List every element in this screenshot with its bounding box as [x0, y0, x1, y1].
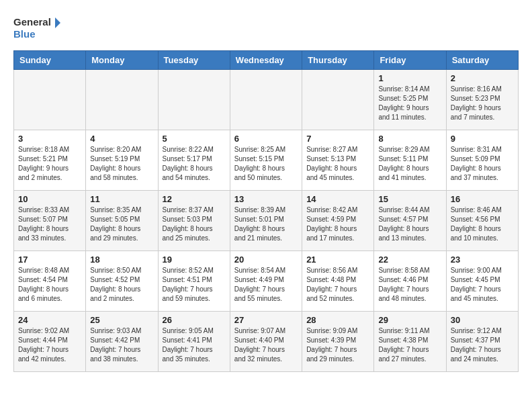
day-info: Sunrise: 9:09 AM Sunset: 4:39 PM Dayligh… — [306, 326, 369, 364]
day-info: Sunrise: 8:54 AM Sunset: 4:49 PM Dayligh… — [234, 266, 298, 304]
calendar-cell: 1Sunrise: 8:14 AM Sunset: 5:25 PM Daylig… — [374, 70, 446, 130]
calendar-cell: 9Sunrise: 8:31 AM Sunset: 5:09 PM Daylig… — [446, 130, 518, 191]
logo: General Blue — [13, 13, 60, 44]
weekday-header-thursday: Thursday — [302, 51, 374, 70]
svg-marker-2 — [55, 17, 60, 28]
calendar-cell: 20Sunrise: 8:54 AM Sunset: 4:49 PM Dayli… — [230, 251, 302, 312]
calendar-cell: 12Sunrise: 8:37 AM Sunset: 5:03 PM Dayli… — [158, 191, 230, 251]
calendar-cell — [86, 70, 158, 130]
day-info: Sunrise: 8:39 AM Sunset: 5:01 PM Dayligh… — [234, 205, 298, 243]
day-number: 25 — [90, 315, 153, 325]
day-number: 10 — [18, 194, 81, 204]
calendar-body: 1Sunrise: 8:14 AM Sunset: 5:25 PM Daylig… — [14, 70, 519, 372]
day-number: 18 — [90, 255, 153, 265]
day-info: Sunrise: 8:14 AM Sunset: 5:25 PM Dayligh… — [378, 85, 441, 122]
calendar-cell: 28Sunrise: 9:09 AM Sunset: 4:39 PM Dayli… — [302, 312, 374, 372]
day-number: 2 — [451, 73, 514, 83]
calendar-cell: 29Sunrise: 9:11 AM Sunset: 4:38 PM Dayli… — [374, 312, 446, 372]
day-info: Sunrise: 9:03 AM Sunset: 4:42 PM Dayligh… — [90, 326, 153, 364]
day-number: 6 — [234, 134, 298, 144]
day-info: Sunrise: 8:50 AM Sunset: 4:52 PM Dayligh… — [90, 266, 153, 304]
day-number: 11 — [90, 194, 153, 204]
calendar-cell: 3Sunrise: 8:18 AM Sunset: 5:21 PM Daylig… — [14, 130, 86, 191]
day-info: Sunrise: 8:16 AM Sunset: 5:23 PM Dayligh… — [451, 85, 514, 122]
day-number: 23 — [451, 255, 514, 265]
day-info: Sunrise: 9:11 AM Sunset: 4:38 PM Dayligh… — [378, 326, 441, 364]
calendar-cell: 26Sunrise: 9:05 AM Sunset: 4:41 PM Dayli… — [158, 312, 230, 372]
calendar-cell — [14, 70, 86, 130]
calendar-cell — [158, 70, 230, 130]
calendar-cell: 21Sunrise: 8:56 AM Sunset: 4:48 PM Dayli… — [302, 251, 374, 312]
calendar-cell: 23Sunrise: 9:00 AM Sunset: 4:45 PM Dayli… — [446, 251, 518, 312]
weekday-header-saturday: Saturday — [446, 51, 518, 70]
day-info: Sunrise: 8:29 AM Sunset: 5:11 PM Dayligh… — [378, 145, 441, 183]
calendar-cell: 6Sunrise: 8:25 AM Sunset: 5:15 PM Daylig… — [230, 130, 302, 191]
day-number: 3 — [18, 134, 81, 144]
day-number: 20 — [234, 255, 298, 265]
day-number: 12 — [163, 194, 226, 204]
day-number: 29 — [378, 315, 441, 325]
calendar-cell: 14Sunrise: 8:42 AM Sunset: 4:59 PM Dayli… — [302, 191, 374, 251]
day-number: 21 — [306, 255, 369, 265]
day-number: 24 — [18, 315, 81, 325]
calendar-week-row: 17Sunrise: 8:48 AM Sunset: 4:54 PM Dayli… — [14, 251, 519, 312]
calendar-table: SundayMondayTuesdayWednesdayThursdayFrid… — [13, 50, 519, 372]
calendar-cell — [302, 70, 374, 130]
day-number: 7 — [306, 134, 369, 144]
day-info: Sunrise: 8:48 AM Sunset: 4:54 PM Dayligh… — [18, 266, 81, 304]
calendar-cell: 11Sunrise: 8:35 AM Sunset: 5:05 PM Dayli… — [86, 191, 158, 251]
day-number: 5 — [163, 134, 226, 144]
day-number: 17 — [18, 255, 81, 265]
day-info: Sunrise: 9:07 AM Sunset: 4:40 PM Dayligh… — [234, 326, 298, 364]
day-info: Sunrise: 8:35 AM Sunset: 5:05 PM Dayligh… — [90, 205, 153, 243]
day-info: Sunrise: 8:25 AM Sunset: 5:15 PM Dayligh… — [234, 145, 298, 183]
day-info: Sunrise: 8:37 AM Sunset: 5:03 PM Dayligh… — [163, 205, 226, 243]
logo-svg: General Blue — [13, 13, 60, 44]
calendar-cell: 15Sunrise: 8:44 AM Sunset: 4:57 PM Dayli… — [374, 191, 446, 251]
day-info: Sunrise: 9:02 AM Sunset: 4:44 PM Dayligh… — [18, 326, 81, 364]
weekday-header-wednesday: Wednesday — [230, 51, 302, 70]
day-info: Sunrise: 9:05 AM Sunset: 4:41 PM Dayligh… — [163, 326, 226, 364]
calendar-week-row: 3Sunrise: 8:18 AM Sunset: 5:21 PM Daylig… — [14, 130, 519, 191]
weekday-header-sunday: Sunday — [14, 51, 86, 70]
weekday-header-monday: Monday — [86, 51, 158, 70]
day-info: Sunrise: 8:18 AM Sunset: 5:21 PM Dayligh… — [18, 145, 81, 183]
calendar-cell: 27Sunrise: 9:07 AM Sunset: 4:40 PM Dayli… — [230, 312, 302, 372]
day-number: 4 — [90, 134, 153, 144]
calendar-cell — [230, 70, 302, 130]
weekday-header-tuesday: Tuesday — [158, 51, 230, 70]
day-number: 16 — [451, 194, 514, 204]
day-info: Sunrise: 8:22 AM Sunset: 5:17 PM Dayligh… — [163, 145, 226, 183]
day-info: Sunrise: 8:20 AM Sunset: 5:19 PM Dayligh… — [90, 145, 153, 183]
weekday-header-row: SundayMondayTuesdayWednesdayThursdayFrid… — [14, 51, 519, 70]
calendar-cell: 30Sunrise: 9:12 AM Sunset: 4:37 PM Dayli… — [446, 312, 518, 372]
day-info: Sunrise: 8:58 AM Sunset: 4:46 PM Dayligh… — [378, 266, 441, 304]
day-info: Sunrise: 8:31 AM Sunset: 5:09 PM Dayligh… — [451, 145, 514, 183]
day-number: 1 — [378, 73, 441, 83]
svg-text:General: General — [13, 16, 51, 28]
calendar-cell: 16Sunrise: 8:46 AM Sunset: 4:56 PM Dayli… — [446, 191, 518, 251]
day-number: 22 — [378, 255, 441, 265]
calendar-cell: 22Sunrise: 8:58 AM Sunset: 4:46 PM Dayli… — [374, 251, 446, 312]
day-number: 28 — [306, 315, 369, 325]
day-info: Sunrise: 8:56 AM Sunset: 4:48 PM Dayligh… — [306, 266, 369, 304]
day-info: Sunrise: 9:00 AM Sunset: 4:45 PM Dayligh… — [451, 266, 514, 304]
calendar-cell: 18Sunrise: 8:50 AM Sunset: 4:52 PM Dayli… — [86, 251, 158, 312]
calendar-cell: 4Sunrise: 8:20 AM Sunset: 5:19 PM Daylig… — [86, 130, 158, 191]
day-number: 26 — [163, 315, 226, 325]
day-number: 27 — [234, 315, 298, 325]
day-info: Sunrise: 8:27 AM Sunset: 5:13 PM Dayligh… — [306, 145, 369, 183]
day-number: 8 — [378, 134, 441, 144]
svg-text:Blue: Blue — [13, 28, 36, 40]
calendar-cell: 24Sunrise: 9:02 AM Sunset: 4:44 PM Dayli… — [14, 312, 86, 372]
day-info: Sunrise: 9:12 AM Sunset: 4:37 PM Dayligh… — [451, 326, 514, 364]
calendar-cell: 10Sunrise: 8:33 AM Sunset: 5:07 PM Dayli… — [14, 191, 86, 251]
day-number: 9 — [451, 134, 514, 144]
page-header: General Blue — [13, 13, 519, 44]
day-number: 30 — [451, 315, 514, 325]
calendar-cell: 8Sunrise: 8:29 AM Sunset: 5:11 PM Daylig… — [374, 130, 446, 191]
day-info: Sunrise: 8:33 AM Sunset: 5:07 PM Dayligh… — [18, 205, 81, 243]
calendar-cell: 7Sunrise: 8:27 AM Sunset: 5:13 PM Daylig… — [302, 130, 374, 191]
day-number: 19 — [163, 255, 226, 265]
calendar-cell: 5Sunrise: 8:22 AM Sunset: 5:17 PM Daylig… — [158, 130, 230, 191]
